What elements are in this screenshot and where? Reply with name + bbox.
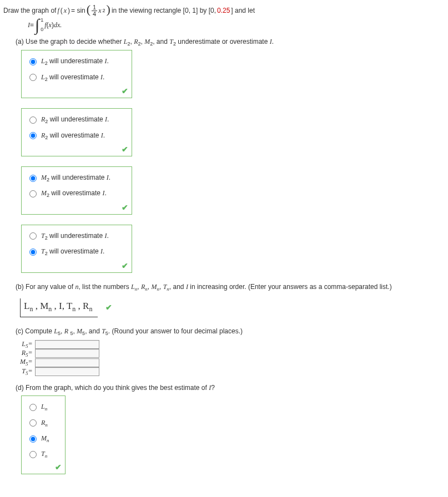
radio-T2-under[interactable] [29, 232, 37, 240]
part-b-prompt: (b) For any value of n, list the numbers… [16, 283, 445, 292]
radio-R2-over[interactable] [29, 132, 37, 139]
radio-M2-over[interactable] [29, 190, 37, 197]
radio-M2-under[interactable] [29, 175, 37, 182]
answer-b-container: Ln , Mn , I, Tn , Rn ✔ [3, 295, 445, 320]
check-icon: ✔ [105, 303, 112, 312]
table-row: R5= [19, 349, 100, 358]
fx: f [57, 7, 59, 15]
radio-T2-over[interactable] [29, 248, 37, 256]
part-c-prompt: (c) Compute L5, R 5, M5, and T5. (Round … [16, 327, 445, 336]
radio-group-M2: M2 will underestimate I. M2 will overest… [21, 166, 132, 215]
table-row: T5= [19, 367, 100, 376]
compute-table: L5= R5= M5= T5= [19, 340, 100, 377]
radio-label: Mn [41, 434, 49, 443]
table-row: M5= [19, 358, 100, 367]
check-icon: ✔ [122, 203, 128, 212]
part-a-prompt: (a) Use the graph to decide whether L2, … [16, 38, 445, 47]
radio-label: L2 will overestimate I. [41, 73, 104, 82]
input-M5[interactable] [35, 358, 99, 367]
answer-b-box[interactable]: Ln , Mn , I, Tn , Rn [20, 298, 98, 317]
red-value: 0.25 [217, 7, 230, 14]
part-d-prompt: (d) From the graph, which do you think g… [16, 384, 445, 392]
table-row: L5= [19, 340, 100, 349]
radio-label: Ln [41, 403, 47, 412]
radio-label: M2 will overestimate I. [41, 189, 107, 198]
check-icon: ✔ [122, 261, 128, 270]
radio-group-T2: T2 will underestimate I. T2 will overest… [21, 225, 132, 273]
radio-label: T2 will underestimate I. [41, 232, 109, 241]
radio-label: R2 will overestimate I. [41, 131, 105, 140]
integral-def: I = ∫ 10 f(x) dx. [28, 20, 445, 30]
radio-d-Mn[interactable] [29, 435, 37, 443]
radio-R2-under[interactable] [29, 116, 37, 124]
radio-label: T2 will overestimate I. [41, 247, 104, 256]
question-header: Draw the graph of f(x) = sin(14x2) in th… [3, 3, 445, 18]
input-R5[interactable] [35, 349, 99, 358]
check-icon: ✔ [55, 463, 62, 471]
radio-label: Rn [41, 419, 48, 428]
input-T5[interactable] [35, 367, 99, 376]
radio-label: R2 will underestimate I. [41, 115, 109, 124]
check-icon: ✔ [122, 87, 128, 95]
radio-L2-over[interactable] [29, 74, 37, 81]
radio-group-L2: L2 will underestimate I. L2 will overest… [21, 50, 132, 98]
radio-label: Tn [41, 450, 47, 459]
radio-group-best-estimate: Ln Rn Mn Tn ✔ [21, 395, 66, 474]
radio-L2-under[interactable] [29, 58, 37, 65]
check-icon: ✔ [122, 145, 128, 154]
radio-d-Tn[interactable] [29, 451, 37, 458]
radio-d-Rn[interactable] [29, 419, 37, 427]
input-L5[interactable] [35, 340, 99, 349]
radio-label: M2 will underestimate I. [41, 174, 110, 182]
radio-group-R2: R2 will underestimate I. R2 will overest… [21, 108, 132, 156]
radio-label: L2 will underestimate I. [41, 57, 109, 66]
radio-d-Ln[interactable] [29, 404, 37, 411]
